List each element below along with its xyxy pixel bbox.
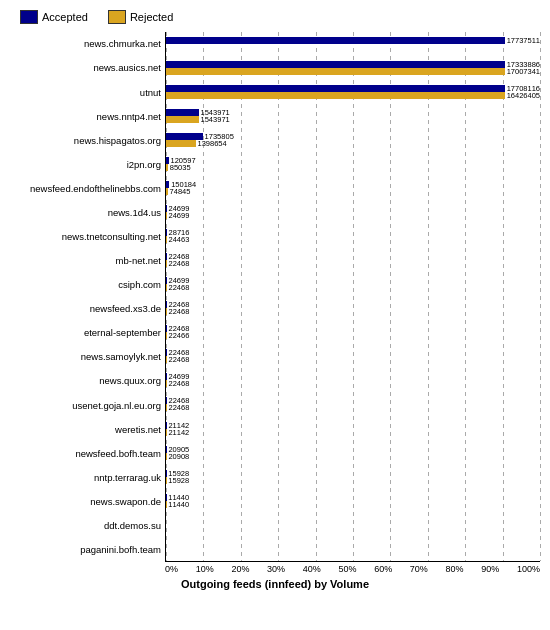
grid-line <box>540 32 541 561</box>
rejected-value: 15928 <box>168 477 189 484</box>
rejected-bar-row: 22468 <box>166 260 540 267</box>
rejected-bar-row: 11440 <box>166 501 540 508</box>
accepted-bar-row: 24699 <box>166 277 540 284</box>
y-label: eternal-september <box>10 327 161 338</box>
x-label: 70% <box>410 564 428 574</box>
rejected-value: 22468 <box>168 260 189 267</box>
x-axis-title: Outgoing feeds (innfeed) by Volume <box>10 578 540 590</box>
y-axis-labels: news.chmurka.netnews.ausics.netutnutnews… <box>10 32 165 562</box>
bar-group: 15018474845 <box>166 181 540 195</box>
bar-group: 2246822466 <box>166 325 540 339</box>
rejected-bar-row: 24699 <box>166 212 540 219</box>
x-labels-inner: 0%10%20%30%40%50%60%70%80%90%100% <box>165 562 540 574</box>
x-label: 30% <box>267 564 285 574</box>
rejected-bar <box>166 92 505 99</box>
accepted-bar-row: 17708116 <box>166 85 540 92</box>
y-label: news.ausics.net <box>10 62 161 73</box>
y-label: i2pn.org <box>10 159 161 170</box>
rejected-value: 85035 <box>170 164 191 171</box>
bar-group: 17737511 <box>166 37 540 51</box>
rejected-value: 22468 <box>168 380 189 387</box>
rejected-value: 24463 <box>169 236 190 243</box>
accepted-box <box>20 10 38 24</box>
accepted-bar <box>166 37 505 44</box>
rejected-value: 11440 <box>168 501 189 508</box>
rejected-value: 22468 <box>168 308 189 315</box>
x-label: 100% <box>517 564 540 574</box>
y-label: news.quux.org <box>10 375 161 386</box>
rejected-bar-row: 15928 <box>166 477 540 484</box>
rejected-bar-row <box>166 549 540 556</box>
y-label: news.nntp4.net <box>10 111 161 122</box>
x-label: 50% <box>338 564 356 574</box>
accepted-bar-row: 17737511 <box>166 37 540 44</box>
x-label: 40% <box>303 564 321 574</box>
accepted-bar-row: 20905 <box>166 446 540 453</box>
bar-group: 1770811616426405 <box>166 85 540 99</box>
accepted-bar <box>166 85 505 92</box>
bar-group: 17358051398654 <box>166 133 540 147</box>
rejected-bar <box>166 116 199 123</box>
accepted-bar <box>166 109 199 116</box>
x-label: 80% <box>446 564 464 574</box>
rejected-bar <box>166 188 168 195</box>
y-label: news.swapon.de <box>10 496 161 507</box>
bar-group: 2469924699 <box>166 205 540 219</box>
rejected-bar-row <box>166 44 540 51</box>
bar-group: 2246822468 <box>166 301 540 315</box>
bar-group: 2871624463 <box>166 229 540 243</box>
bars-area: 1773751117333886170073411770811616426405… <box>165 32 540 562</box>
rejected-bar-row: 22468 <box>166 380 540 387</box>
bar-group: 1144011440 <box>166 494 540 508</box>
rejected-bar <box>166 68 505 75</box>
rejected-label: Rejected <box>130 11 173 23</box>
chart-area: news.chmurka.netnews.ausics.netutnutnews… <box>10 32 540 562</box>
bar-group: 1733388617007341 <box>166 61 540 75</box>
rejected-value: 1543971 <box>201 116 230 123</box>
y-label: csiph.com <box>10 279 161 290</box>
rejected-bar-row: 22468 <box>166 404 540 411</box>
accepted-bar <box>166 277 167 284</box>
y-label: news.samoylyk.net <box>10 351 161 362</box>
y-label: news.1d4.us <box>10 207 161 218</box>
accepted-bar-row: 120597 <box>166 157 540 164</box>
rejected-value: 16426405 <box>507 92 540 99</box>
x-label: 20% <box>231 564 249 574</box>
rejected-bar-row: 1543971 <box>166 116 540 123</box>
accepted-bar <box>166 373 167 380</box>
bar-group: 2246822468 <box>166 349 540 363</box>
accepted-bar <box>166 181 169 188</box>
bar-group: 2114221142 <box>166 422 540 436</box>
bar-group: 2469922468 <box>166 373 540 387</box>
bar-group: 1592815928 <box>166 470 540 484</box>
accepted-bar-row: 28716 <box>166 229 540 236</box>
rejected-bar-row: 74845 <box>166 188 540 195</box>
accepted-bar-row: 24699 <box>166 205 540 212</box>
rejected-bar-row: 22468 <box>166 356 540 363</box>
bar-group: 2469922468 <box>166 277 540 291</box>
rejected-bar-row: 22468 <box>166 308 540 315</box>
y-label: newsfeed.xs3.de <box>10 303 161 314</box>
rejected-value: 24699 <box>169 212 190 219</box>
rejected-bar <box>166 236 167 243</box>
rejected-value: 22468 <box>168 356 189 363</box>
accepted-bar <box>166 61 505 68</box>
accepted-bar-row: 22468 <box>166 349 540 356</box>
x-axis-labels: 0%10%20%30%40%50%60%70%80%90%100% <box>165 562 540 574</box>
rejected-value: 20908 <box>168 453 189 460</box>
bar-group: 15439711543971 <box>166 109 540 123</box>
rejected-value: 74845 <box>170 188 191 195</box>
y-label: utnut <box>10 87 161 98</box>
rejected-bar-row: 85035 <box>166 164 540 171</box>
rejected-bar-row: 16426405 <box>166 92 540 99</box>
accepted-bar-row: 15928 <box>166 470 540 477</box>
x-label: 60% <box>374 564 392 574</box>
rejected-bar-row: 22468 <box>166 284 540 291</box>
accepted-bar-row <box>166 518 540 525</box>
y-label: nntp.terrarag.uk <box>10 472 161 483</box>
rejected-bar-row: 21142 <box>166 429 540 436</box>
accepted-bar-row: 24699 <box>166 373 540 380</box>
bar-group <box>166 518 540 532</box>
y-label: news.hispagatos.org <box>10 135 161 146</box>
accepted-bar-row: 17333886 <box>166 61 540 68</box>
